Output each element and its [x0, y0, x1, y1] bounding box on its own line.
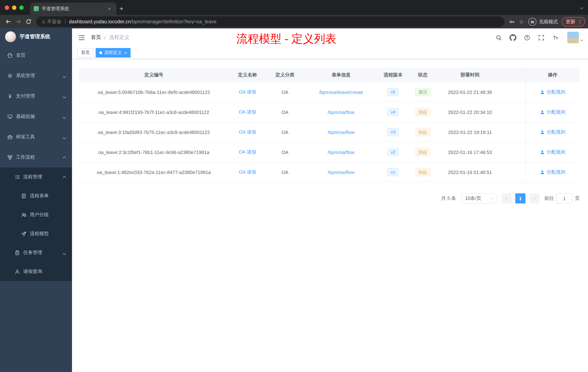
column-header-definition-category: 定义分类	[266, 68, 304, 82]
pagination: 共 5 条 10条/页 1 前往 页	[79, 193, 580, 203]
tag-process-definition[interactable]: 流程定义 ×	[96, 48, 131, 57]
definition-name-link[interactable]: OA 请假	[239, 129, 256, 135]
sidebar-item-process-form[interactable]: 流程表单	[0, 186, 72, 205]
sidebar-item-leave-query[interactable]: 请假查询	[0, 262, 72, 281]
sidebar-logo[interactable]: 芋道管理系统	[0, 28, 72, 45]
chevron-down-icon	[63, 134, 65, 140]
status-badge: 激活	[415, 88, 430, 96]
assign-rule-button[interactable]: 分配规则	[540, 89, 566, 95]
sidebar-item-label: 支付管理	[16, 93, 35, 99]
password-key-button[interactable]	[507, 17, 517, 26]
goto-page-input[interactable]	[556, 193, 572, 203]
status-badge: 挂起	[415, 148, 430, 156]
next-page-button[interactable]	[529, 193, 539, 203]
tab-close-icon[interactable]: ×	[106, 5, 113, 12]
minimize-window-button[interactable]	[12, 5, 16, 10]
forward-button[interactable]	[13, 17, 23, 27]
security-chip[interactable]: ⚠ 不安全	[42, 18, 62, 25]
incognito-indicator: 无痕模式	[528, 18, 558, 26]
github-button[interactable]	[509, 34, 516, 41]
chevron-down-icon	[63, 72, 65, 79]
form-info-link[interactable]: /bpm/oa/flow	[328, 169, 354, 175]
cell-spacer	[502, 82, 525, 102]
sidebar-item-task-management[interactable]: 任务管理	[0, 243, 72, 262]
sidebar-item-process-model[interactable]: 流程模型	[0, 224, 72, 243]
version-tag: v4	[387, 108, 399, 116]
definition-name-link[interactable]: OA 请假	[239, 149, 256, 155]
breadcrumb-home[interactable]: 首页	[91, 34, 101, 41]
cell-category: OA	[266, 162, 304, 182]
definition-name-link[interactable]: OA 请假	[239, 169, 256, 175]
chevron-right-icon	[533, 197, 536, 200]
page-size-select[interactable]: 10条/页	[461, 193, 496, 203]
browser-tab[interactable]: 芋道管理系统 ×	[30, 2, 116, 15]
yen-icon	[7, 93, 13, 99]
cell-definition-id: oa_leave:4:991f2193-7b7f-11ec-a3c8-acde4…	[79, 102, 229, 122]
briefcase-icon	[7, 134, 13, 140]
tab-search-button[interactable]	[580, 0, 583, 15]
definition-table: 定义编号 定义名称 定义分类 表单信息 流程版本 状态 部署时间 操作 oa_l…	[79, 68, 580, 182]
text-size-icon	[552, 34, 558, 41]
definition-name-link[interactable]: OA 请假	[239, 109, 256, 115]
sidebar-item-label: 流程表单	[30, 193, 49, 199]
form-info-link[interactable]: /bpm/oa/flow	[328, 109, 354, 115]
sidebar-item-home[interactable]: 首页	[0, 45, 72, 66]
sidebar-item-user-group[interactable]: 用户分组	[0, 205, 72, 224]
tag-close-icon[interactable]: ×	[124, 50, 127, 55]
sidebar-item-process-management[interactable]: 流程管理	[0, 167, 72, 186]
site-favicon	[34, 6, 39, 11]
assign-rule-button[interactable]: 分配规则	[540, 149, 566, 155]
definition-name-link[interactable]: OA 请假	[239, 89, 256, 95]
sidebar-toggle-button[interactable]	[77, 33, 85, 42]
incognito-label: 无痕模式	[539, 18, 558, 25]
back-arrow-icon	[5, 19, 11, 25]
assign-rule-button[interactable]: 分配规则	[540, 129, 566, 135]
new-tab-button[interactable]: +	[116, 2, 126, 15]
chevron-left-icon	[505, 197, 508, 200]
breadcrumb: 首页 / 流程定义	[91, 34, 129, 41]
back-button[interactable]	[3, 17, 13, 27]
sidebar-item-dev-tools[interactable]: 研发工具	[0, 127, 72, 147]
screen: 芋道管理系统 × + ⚠ 不安全 dashboard.yudao.iocoder…	[0, 0, 588, 372]
tag-home[interactable]: 首页	[77, 48, 94, 57]
user-icon	[540, 90, 545, 94]
browser-update-menu[interactable]: 更新 ⋮	[561, 17, 585, 26]
table-row: oa_leave:2:3c1f0ef1-76b1-11ec-9c66-a2380…	[79, 142, 580, 162]
maximize-window-button[interactable]	[19, 5, 24, 10]
close-window-button[interactable]	[5, 5, 9, 10]
form-info-link[interactable]: /bpm/oa/flow	[328, 149, 354, 155]
prev-page-button[interactable]	[502, 193, 512, 203]
font-size-button[interactable]	[552, 34, 559, 41]
cell-definition-id: oa_leave:5:004b710b-7b8a-11ec-8ef0-acde4…	[79, 82, 229, 102]
sidebar-item-label: 工作流程	[16, 154, 35, 161]
table-header-row: 定义编号 定义名称 定义分类 表单信息 流程版本 状态 部署时间 操作	[79, 68, 580, 82]
sidebar-item-label: 任务管理	[23, 249, 42, 256]
reload-button[interactable]	[23, 17, 33, 27]
user-menu[interactable]	[567, 32, 583, 43]
url-bar[interactable]: ⚠ 不安全 dashboard.yudao.iocoder.cn /bpm/ma…	[36, 16, 504, 27]
table-row: oa_leave:3:1fad3d93-7b75-11ec-a3c8-acde4…	[79, 122, 580, 142]
search-button[interactable]	[495, 34, 502, 41]
assign-rule-button[interactable]: 分配规则	[540, 109, 566, 115]
avatar	[567, 32, 579, 43]
star-icon: ☆	[519, 18, 524, 25]
help-button[interactable]	[523, 34, 531, 41]
sidebar-item-system-management[interactable]: 系统管理	[0, 66, 72, 86]
assign-rule-button[interactable]: 分配规则	[540, 169, 566, 175]
tag-label: 首页	[81, 50, 90, 56]
sidebar-item-infrastructure[interactable]: 基础设施	[0, 106, 72, 127]
user-icon	[540, 170, 545, 175]
sidebar-item-workflow[interactable]: 工作流程	[0, 147, 72, 167]
sidebar-item-payment-management[interactable]: 支付管理	[0, 86, 72, 106]
gear-icon	[7, 73, 13, 78]
form-info-link[interactable]: /bpm/oa/flow	[328, 129, 354, 135]
status-badge: 挂起	[415, 168, 430, 176]
column-header-definition-name: 定义名称	[229, 68, 266, 82]
form-info-link[interactable]: /bpm/oa/leave/create	[319, 89, 363, 95]
sidebar-item-label: 流程模型	[30, 230, 49, 237]
breadcrumb-current: 流程定义	[109, 34, 129, 41]
bookmark-star-button[interactable]: ☆	[517, 17, 526, 26]
github-icon	[509, 34, 516, 41]
page-number-button[interactable]: 1	[515, 193, 525, 203]
fullscreen-button[interactable]	[537, 34, 545, 41]
